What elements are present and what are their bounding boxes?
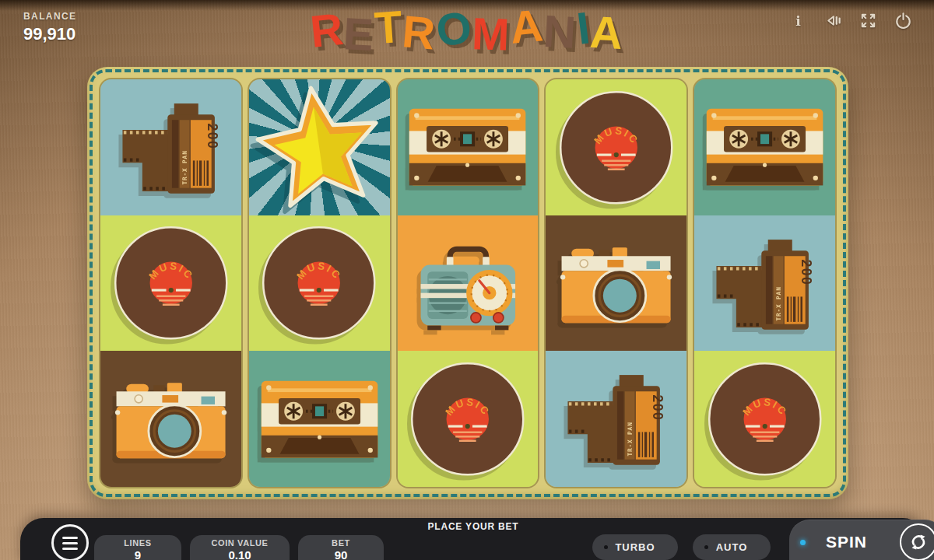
- logo-letter: R: [308, 6, 346, 54]
- auto-button[interactable]: AUTO: [693, 534, 771, 560]
- fullscreen-button[interactable]: [857, 11, 879, 33]
- system-buttons: i: [787, 11, 914, 33]
- svg-text:TR-X PAN: TR-X PAN: [627, 422, 634, 457]
- coin-value-control[interactable]: COIN VALUE 0.10: [190, 535, 290, 560]
- spin-icon: [900, 523, 934, 560]
- logo-letter: R: [400, 9, 437, 57]
- film-symbol-icon: TR-X PAN 200: [710, 229, 820, 338]
- svg-text:200: 200: [205, 123, 220, 149]
- lines-label: LINES: [124, 538, 151, 548]
- vinyl-symbol-icon: MUSIC: [258, 222, 379, 343]
- spin-button[interactable]: SPIN: [789, 520, 934, 560]
- logo-letter: T: [373, 4, 404, 51]
- film-symbol-icon: TR-X PAN 200: [561, 364, 671, 474]
- logo-letter: N: [542, 9, 578, 55]
- info-icon: i: [789, 12, 807, 32]
- reel-column-1: TR-X PAN 200 MUSIC: [100, 79, 241, 487]
- reel-cell: [398, 215, 539, 352]
- logo-letter: A: [589, 9, 625, 56]
- radio-symbol-icon: [412, 233, 525, 332]
- star-symbol-icon: [251, 79, 388, 215]
- turbo-button[interactable]: TURBO: [592, 534, 678, 560]
- fullscreen-icon: [859, 12, 877, 32]
- balance-display: BALANCE 99,910: [23, 11, 76, 44]
- cassette-symbol-icon: [406, 105, 529, 189]
- bet-value: 90: [335, 548, 348, 560]
- bet-control[interactable]: BET 90: [298, 535, 384, 560]
- vinyl-symbol-icon: MUSIC: [556, 87, 676, 208]
- reel-cell: TR-X PAN 200: [694, 215, 835, 352]
- reel-cell: MUSIC: [249, 215, 390, 352]
- balance-value: 99,910: [23, 24, 76, 44]
- reel-column-4: MUSIC TR-X PAN 200: [546, 79, 686, 487]
- reel-column-3: MUSIC: [398, 79, 539, 487]
- reel-cell: [546, 215, 686, 352]
- bet-label: BET: [332, 538, 350, 548]
- camera-symbol-icon: [109, 374, 233, 464]
- reel-column-5: TR-X PAN 200 MUSIC: [694, 79, 835, 487]
- menu-button[interactable]: [51, 524, 89, 560]
- vinyl-symbol-icon: MUSIC: [407, 359, 528, 479]
- reel-cell: [100, 351, 241, 487]
- svg-text:TR-X PAN: TR-X PAN: [181, 150, 188, 184]
- menu-icon: [62, 537, 78, 550]
- power-icon: [894, 12, 912, 32]
- auto-indicator-dot: [704, 545, 708, 549]
- turbo-indicator-dot: [604, 545, 608, 549]
- svg-text:200: 200: [799, 259, 815, 285]
- reel-cell: MUSIC: [546, 79, 686, 215]
- reel-cell: TR-X PAN 200: [100, 79, 241, 215]
- game-screen: BALANCE 99,910 RETROMANIA i: [0, 0, 934, 560]
- logo-letter: A: [508, 2, 546, 51]
- film-symbol-icon: TR-X PAN 200: [116, 93, 226, 202]
- reel-cell: MUSIC: [398, 351, 539, 487]
- logo-letter: M: [471, 11, 511, 58]
- reel-cell: [694, 79, 835, 215]
- lines-control[interactable]: LINES 9: [94, 535, 181, 560]
- info-button[interactable]: i: [787, 11, 809, 33]
- sound-button[interactable]: [822, 11, 844, 33]
- camera-symbol-icon: [554, 239, 678, 328]
- vinyl-symbol-icon: MUSIC: [111, 222, 231, 343]
- cassette-symbol-icon: [703, 105, 827, 189]
- reel-cell: MUSIC: [694, 351, 835, 487]
- reel-cell: MUSIC: [100, 215, 241, 352]
- spin-label: SPIN: [826, 533, 867, 551]
- game-logo: RETROMANIA: [310, 5, 623, 50]
- spin-indicator-dot: [800, 540, 806, 545]
- reels-grid: TR-X PAN 200 MUSIC MUSIC MUSIC MUSIC TR-…: [100, 79, 835, 487]
- power-button[interactable]: [892, 11, 914, 33]
- coin-value-value: 0.10: [228, 548, 251, 560]
- svg-text:TR-X PAN: TR-X PAN: [775, 286, 782, 320]
- sound-icon: [824, 12, 842, 32]
- reel-cell: [249, 351, 390, 487]
- turbo-label: TURBO: [615, 541, 655, 553]
- logo-letter: O: [434, 4, 475, 53]
- reels-frame: TR-X PAN 200 MUSIC MUSIC MUSIC MUSIC TR-…: [87, 67, 848, 499]
- reel-cell: [398, 79, 539, 215]
- reel-cell: [249, 79, 390, 215]
- lines-value: 9: [135, 548, 141, 560]
- cassette-symbol-icon: [258, 377, 381, 461]
- bet-message: PLACE YOUR BET: [20, 521, 926, 532]
- auto-label: AUTO: [716, 541, 748, 553]
- reel-column-2: MUSIC: [249, 79, 390, 487]
- balance-label: BALANCE: [23, 11, 76, 22]
- svg-text:200: 200: [651, 395, 666, 422]
- control-bar: PLACE YOUR BET LINES 9 COIN VALUE 0.10 B…: [20, 518, 926, 560]
- vinyl-symbol-icon: MUSIC: [704, 359, 825, 479]
- reel-cell: TR-X PAN 200: [546, 351, 686, 487]
- logo-letter: E: [342, 11, 375, 58]
- svg-text:i: i: [795, 13, 801, 29]
- coin-value-label: COIN VALUE: [211, 538, 268, 548]
